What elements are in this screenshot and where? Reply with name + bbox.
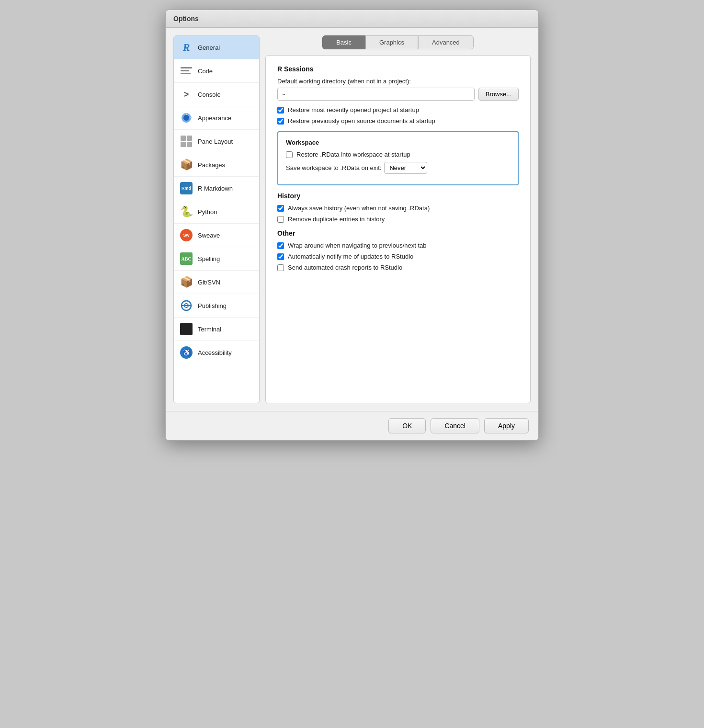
- pane-layout-icon: [180, 135, 193, 148]
- sidebar-item-r-markdown[interactable]: Rmd R Markdown: [174, 177, 259, 200]
- tabs: Basic Graphics Advanced: [265, 35, 531, 49]
- remove-duplicates-label: Remove duplicate entries in history: [288, 216, 385, 223]
- git-icon: 📦: [180, 275, 193, 289]
- sidebar-label-console: Console: [198, 91, 221, 98]
- workspace-title: Workspace: [286, 139, 510, 146]
- notify-updates-checkbox[interactable]: [277, 253, 284, 260]
- r-icon: R: [180, 41, 193, 54]
- sidebar-item-appearance[interactable]: Appearance: [174, 106, 259, 130]
- r-sessions-title: R Sessions: [277, 65, 519, 73]
- ok-button[interactable]: OK: [388, 418, 426, 433]
- sidebar-item-publishing[interactable]: Publishing: [174, 294, 259, 318]
- restore-docs-row: Restore previously open source documents…: [277, 117, 519, 125]
- history-title: History: [277, 192, 519, 200]
- restore-project-label: Restore most recently opened project at …: [288, 106, 419, 114]
- sidebar-item-spelling[interactable]: ABC Spelling: [174, 247, 259, 271]
- sidebar-label-accessibility: Accessibility: [198, 349, 232, 356]
- restore-rdata-checkbox[interactable]: [286, 151, 293, 158]
- sidebar-item-terminal[interactable]: Terminal: [174, 318, 259, 341]
- crash-reports-row: Send automated crash reports to RStudio: [277, 264, 519, 271]
- history-section: History Always save history (even when n…: [277, 192, 519, 223]
- remove-duplicates-row: Remove duplicate entries in history: [277, 216, 519, 223]
- save-workspace-row: Save workspace to .RData on exit: Never …: [286, 162, 510, 174]
- restore-rdata-label: Restore .RData into workspace at startup: [296, 151, 410, 158]
- title-bar: Options: [166, 10, 538, 28]
- tab-advanced[interactable]: Advanced: [418, 35, 474, 49]
- options-dialog: Options R General Code > Console: [165, 10, 539, 441]
- accessibility-icon: ♿: [180, 346, 193, 359]
- tab-basic[interactable]: Basic: [322, 35, 365, 49]
- sidebar-label-code: Code: [198, 68, 213, 75]
- notify-updates-label: Automatically notify me of updates to RS…: [288, 253, 413, 260]
- svg-rect-5: [186, 113, 187, 115]
- svg-rect-1: [181, 70, 189, 71]
- terminal-icon: [180, 322, 193, 336]
- sidebar-item-pane-layout[interactable]: Pane Layout: [174, 130, 259, 153]
- tab-graphics[interactable]: Graphics: [365, 35, 418, 49]
- apply-button[interactable]: Apply: [484, 418, 529, 433]
- appearance-icon: [180, 111, 193, 125]
- restore-project-checkbox[interactable]: [277, 107, 284, 114]
- dir-input-row: Browse...: [277, 88, 519, 101]
- sidebar-item-packages[interactable]: 📦 Packages: [174, 153, 259, 177]
- sidebar-label-r-markdown: R Markdown: [198, 185, 233, 192]
- crash-reports-checkbox[interactable]: [277, 264, 284, 271]
- sidebar-item-code[interactable]: Code: [174, 59, 259, 83]
- basic-panel: R Sessions Default working directory (wh…: [265, 55, 531, 403]
- always-save-history-label: Always save history (even when not savin…: [288, 205, 430, 212]
- sidebar-label-packages: Packages: [198, 161, 225, 169]
- sidebar-item-general[interactable]: R General: [174, 36, 259, 59]
- sidebar-label-publishing: Publishing: [198, 302, 227, 309]
- crash-reports-label: Send automated crash reports to RStudio: [288, 264, 402, 271]
- sidebar-item-sweave[interactable]: Sw Sweave: [174, 224, 259, 247]
- sidebar-label-pane-layout: Pane Layout: [198, 138, 233, 145]
- wrap-around-checkbox[interactable]: [277, 242, 284, 249]
- wrap-around-row: Wrap around when navigating to previous/…: [277, 242, 519, 249]
- sidebar-item-python[interactable]: 🐍 Python: [174, 200, 259, 224]
- dir-input[interactable]: [277, 88, 475, 101]
- save-workspace-inline: Save workspace to .RData on exit: Never …: [286, 162, 427, 174]
- sidebar-label-appearance: Appearance: [198, 114, 231, 122]
- sweave-icon: Sw: [180, 228, 193, 242]
- console-icon: >: [180, 88, 193, 101]
- notify-updates-row: Automatically notify me of updates to RS…: [277, 253, 519, 260]
- remove-duplicates-checkbox[interactable]: [277, 216, 284, 223]
- dialog-footer: OK Cancel Apply: [166, 411, 538, 440]
- always-save-history-checkbox[interactable]: [277, 205, 284, 212]
- sidebar-item-accessibility[interactable]: ♿ Accessibility: [174, 341, 259, 364]
- main-content: Basic Graphics Advanced R Sessions Defau…: [265, 35, 531, 403]
- rmd-icon: Rmd: [180, 182, 193, 195]
- sidebar: R General Code > Console: [173, 35, 260, 403]
- svg-rect-0: [181, 67, 192, 68]
- dialog-title: Options: [173, 15, 199, 23]
- svg-rect-2: [181, 73, 191, 74]
- browse-button[interactable]: Browse...: [478, 88, 519, 101]
- r-sessions-section: R Sessions Default working directory (wh…: [277, 65, 519, 125]
- sidebar-item-console[interactable]: > Console: [174, 83, 259, 106]
- publishing-icon: [180, 299, 193, 312]
- sidebar-label-general: General: [198, 44, 220, 51]
- code-icon: [180, 64, 193, 78]
- sidebar-label-spelling: Spelling: [198, 255, 220, 262]
- restore-rdata-row: Restore .RData into workspace at startup: [286, 151, 510, 158]
- svg-point-4: [183, 115, 189, 121]
- cancel-button[interactable]: Cancel: [431, 418, 479, 433]
- sidebar-label-python: Python: [198, 208, 217, 216]
- packages-icon: 📦: [180, 158, 193, 171]
- dialog-body: R General Code > Console: [166, 28, 538, 411]
- sidebar-item-git-svn[interactable]: 📦 Git/SVN: [174, 271, 259, 294]
- save-workspace-select[interactable]: Never Always Ask: [384, 162, 427, 174]
- other-section: Other Wrap around when navigating to pre…: [277, 229, 519, 271]
- spelling-icon: ABC: [180, 252, 193, 265]
- python-icon: 🐍: [180, 205, 193, 218]
- save-workspace-label: Save workspace to .RData on exit:: [286, 164, 381, 171]
- svg-rect-6: [190, 117, 192, 118]
- restore-docs-checkbox[interactable]: [277, 118, 284, 125]
- always-save-history-row: Always save history (even when not savin…: [277, 205, 519, 212]
- sidebar-label-sweave: Sweave: [198, 232, 220, 239]
- dir-label: Default working directory (when not in a…: [277, 78, 519, 85]
- workspace-section: Workspace Restore .RData into workspace …: [277, 131, 519, 185]
- sidebar-label-git-svn: Git/SVN: [198, 279, 220, 286]
- restore-docs-label: Restore previously open source documents…: [288, 117, 435, 125]
- wrap-around-label: Wrap around when navigating to previous/…: [288, 242, 427, 249]
